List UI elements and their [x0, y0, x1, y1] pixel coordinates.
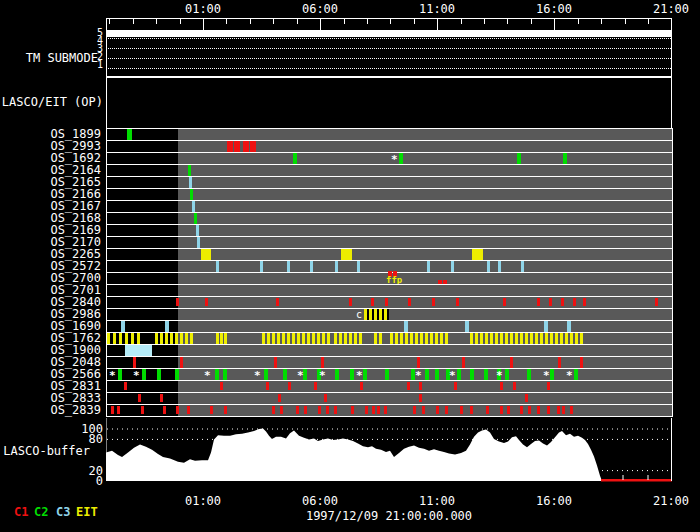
row-marker-bar	[540, 333, 543, 344]
row-marker-bar	[359, 333, 362, 344]
row-marker-tick	[470, 406, 473, 414]
ruler-minor-tick	[133, 19, 134, 24]
row-marker-bar	[339, 333, 342, 344]
row-marker-tick	[562, 406, 565, 414]
row-marker-tick	[547, 406, 550, 414]
row-marker-bar	[457, 369, 461, 380]
row-marker-tick	[160, 394, 163, 402]
row-marker-bar	[137, 333, 140, 344]
ruler-minor-tick	[484, 19, 485, 24]
row-marker-bar	[133, 357, 136, 368]
axis-label-top: 21:00	[641, 2, 700, 16]
row-marker-tick	[349, 298, 352, 306]
row-marker-bar	[175, 333, 178, 344]
row-marker-bar	[495, 333, 498, 344]
row-marker-tick	[187, 406, 190, 414]
row-marker-bar	[341, 249, 352, 260]
row-marker-tick	[436, 406, 439, 414]
ruler-minor-tick	[273, 19, 274, 24]
row-marker-bar	[113, 333, 116, 344]
row-marker-bar	[379, 333, 382, 344]
row-marker-tick	[138, 394, 141, 402]
row-marker-tick	[278, 394, 281, 402]
row-marker-bar	[470, 333, 473, 344]
row-marker-bar	[485, 333, 488, 344]
row-marker-bar	[344, 333, 347, 344]
row-marker-bar	[510, 333, 513, 344]
row-marker-tick	[385, 298, 388, 306]
row-marker-bar	[185, 333, 188, 344]
row-marker-tick	[454, 382, 457, 390]
row-marker-bar	[349, 333, 352, 344]
row-marker-bar	[292, 333, 295, 344]
ruler-major-tick	[671, 19, 672, 30]
row-marker-bar	[558, 357, 561, 368]
row-marker-bar	[415, 333, 418, 344]
row-marker-bar	[142, 369, 146, 380]
row-marker-tick	[537, 298, 540, 306]
row-marker-bar	[190, 189, 193, 200]
row-marker-bar	[322, 333, 325, 344]
camera-legend: C1C2C3EIT	[0, 506, 110, 520]
row-marker-bar	[425, 333, 428, 344]
row-marker-bar	[405, 333, 408, 344]
ruler-minor-tick	[109, 19, 110, 24]
row-marker-bar	[119, 333, 122, 344]
row-marker-bar	[243, 141, 249, 152]
row-marker-tick	[445, 406, 448, 414]
row-marker-bar	[525, 333, 528, 344]
row-marker-bar	[575, 333, 578, 344]
row-marker-bar	[535, 333, 538, 344]
row-marker-bar	[530, 333, 533, 344]
row-marker-bar	[505, 369, 509, 380]
row-marker-bar	[510, 357, 513, 368]
row-marker-tick	[557, 406, 560, 414]
row-marker-tick	[117, 406, 120, 414]
ruler-minor-tick	[156, 19, 157, 24]
row-marker-tick	[570, 406, 573, 414]
row-marker-bar	[404, 321, 408, 332]
row-marker-bar	[527, 369, 531, 380]
row-marker-bar	[565, 333, 568, 344]
row-marker-tick	[124, 382, 127, 390]
row-marker-tick	[460, 406, 463, 414]
buffer-red-baseline	[601, 479, 672, 482]
row-marker-bar	[215, 369, 219, 380]
row-marker-bar	[216, 261, 219, 272]
row-marker-bar	[334, 333, 337, 344]
row-marker-bar	[224, 333, 227, 344]
row-marker-tick	[220, 382, 223, 390]
row-marker-bar	[472, 249, 483, 260]
row-marker-bar	[570, 333, 573, 344]
legend-item-C3: C3	[56, 506, 70, 519]
row-marker-tick	[210, 406, 213, 414]
row-marker-bar	[274, 357, 277, 368]
tm-submode-gridline	[108, 68, 671, 69]
axis-label-bottom: 06:00	[290, 494, 350, 508]
row-marker-tick	[507, 406, 510, 414]
row-marker-bar	[427, 261, 430, 272]
row-marker-bar	[354, 333, 357, 344]
row-marker-bar	[390, 333, 393, 344]
row-gray-band	[178, 201, 672, 212]
row-marker-tick	[334, 406, 337, 414]
row-marker-bar	[410, 333, 413, 344]
row-marker-tick	[520, 406, 523, 414]
axis-label-top: 16:00	[524, 2, 584, 16]
row-marker-tick	[422, 406, 425, 414]
ruler-minor-tick	[461, 19, 462, 24]
ruler-minor-tick	[531, 19, 532, 24]
row-marker-tick	[583, 298, 586, 306]
row-marker-tick	[304, 406, 307, 414]
ruler-minor-tick	[625, 19, 626, 24]
ruler-major-tick	[554, 19, 555, 30]
row-gray-band	[178, 165, 672, 176]
row-marker-bar	[287, 333, 290, 344]
row-marker-bar	[395, 333, 398, 344]
row-marker-tick	[500, 406, 503, 414]
ruler-minor-tick	[367, 19, 368, 24]
ruler-major-tick	[320, 19, 321, 30]
row-gray-band	[178, 381, 672, 392]
row-gray-band	[178, 285, 672, 296]
row-marker-bar	[500, 333, 503, 344]
